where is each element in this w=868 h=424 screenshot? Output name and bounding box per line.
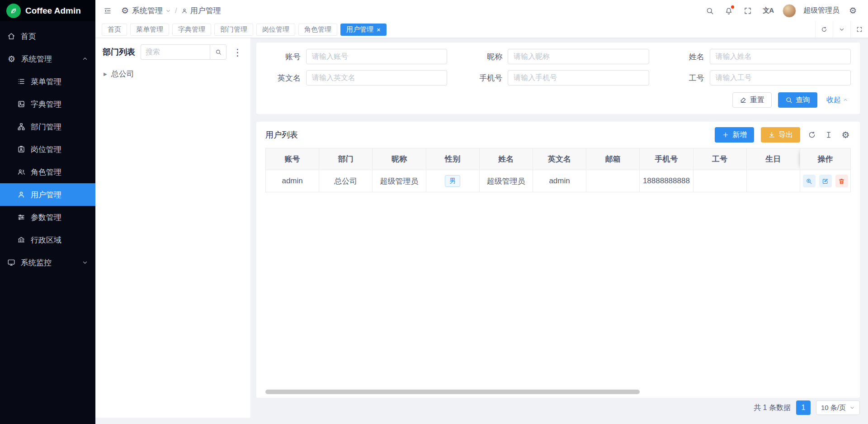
sidebar-item-post-mgmt[interactable]: 岗位管理 — [0, 138, 95, 161]
tab-label: 部门管理 — [220, 25, 247, 34]
translate-button[interactable]: 文A — [761, 5, 775, 17]
notification-dot — [731, 5, 734, 9]
tab-label: 用户管理 — [346, 25, 373, 34]
cell-name: 超级管理员 — [479, 170, 533, 192]
header-account: 账号 — [266, 148, 319, 170]
sidebar-item-menu-mgmt[interactable]: 菜单管理 — [0, 70, 95, 93]
table-row-height-button[interactable] — [824, 130, 834, 140]
account-field: 账号 — [265, 49, 447, 64]
page-button-1[interactable]: 1 — [796, 400, 811, 415]
page-size-label: 10 条/页 — [821, 404, 846, 412]
tab-controls — [815, 21, 868, 38]
tab-menu-mgmt[interactable]: 菜单管理 — [130, 24, 169, 36]
name-field: 姓名 — [669, 49, 851, 64]
breadcrumb-system[interactable]: ⚙ 系统管理 — [121, 5, 171, 16]
sidebar-item-region[interactable]: 行政区域 — [0, 229, 95, 251]
add-user-button[interactable]: 新增 — [715, 127, 754, 143]
tab-post-mgmt[interactable]: 岗位管理 — [256, 24, 295, 36]
delete-user-button[interactable] — [835, 175, 848, 187]
notification-button[interactable] — [723, 5, 735, 17]
nickname-label: 昵称 — [467, 52, 502, 62]
department-tree-icon — [17, 123, 25, 131]
tab-home[interactable]: 首页 — [102, 24, 127, 36]
job-number-field: 工号 — [669, 70, 851, 86]
reset-button[interactable]: 重置 — [732, 92, 772, 108]
header-search-button[interactable] — [704, 5, 716, 17]
cell-email — [586, 170, 640, 192]
translate-icon: 文A — [763, 6, 774, 15]
sidebar-item-label: 部门管理 — [31, 122, 61, 132]
tab-label: 首页 — [108, 25, 121, 34]
sidebar-item-label: 角色管理 — [31, 167, 61, 177]
sidebar-item-user-mgmt[interactable]: 用户管理 — [0, 183, 95, 206]
dept-search — [141, 44, 226, 60]
avatar[interactable] — [783, 4, 796, 18]
table-horizontal-scrollbar[interactable] — [265, 390, 640, 394]
sidebar-group-monitor[interactable]: 系统监控 — [0, 251, 95, 274]
table-settings-button[interactable]: ⚙ — [840, 129, 851, 140]
tab-dict-mgmt[interactable]: 字典管理 — [172, 24, 211, 36]
expand-icon — [856, 26, 863, 33]
breadcrumb-system-label: 系统管理 — [132, 5, 163, 16]
sidebar-item-label: 用户管理 — [31, 190, 61, 200]
user-name: 超级管理员 — [803, 6, 840, 15]
settings-button[interactable]: ⚙ — [847, 5, 859, 17]
header-name: 姓名 — [479, 148, 533, 170]
english-name-input[interactable] — [306, 70, 447, 86]
header-email: 邮箱 — [586, 148, 640, 170]
dept-more-button[interactable]: ⋮ — [232, 48, 243, 57]
refresh-icon — [808, 131, 816, 139]
tabs-refresh-button[interactable] — [815, 21, 833, 38]
fullscreen-button[interactable] — [742, 5, 754, 17]
phone-input[interactable] — [508, 70, 649, 86]
tab-close-icon[interactable]: × — [377, 26, 381, 33]
sidebar-item-dict-mgmt[interactable]: 字典管理 — [0, 93, 95, 115]
tree-node-company[interactable]: ▶ 总公司 — [103, 67, 243, 81]
tabs-dropdown-button[interactable] — [833, 21, 850, 38]
chevron-down-icon — [849, 405, 855, 410]
job-number-input[interactable] — [710, 70, 851, 86]
english-name-label: 英文名 — [265, 73, 301, 83]
collapse-filter-button[interactable]: 收起 — [824, 95, 851, 105]
sidebar-item-param-mgmt[interactable]: 参数管理 — [0, 206, 95, 229]
breadcrumb-current: 用户管理 — [181, 5, 221, 16]
dept-search-button[interactable] — [210, 44, 226, 60]
page-size-select[interactable]: 10 条/页 — [816, 400, 860, 415]
nickname-input[interactable] — [508, 49, 649, 64]
view-user-button[interactable] — [803, 175, 816, 187]
tab-user-mgmt[interactable]: 用户管理 × — [340, 24, 387, 36]
cell-gender: 男 — [426, 170, 479, 192]
tab-role-mgmt[interactable]: 角色管理 — [298, 24, 337, 36]
edit-user-button[interactable] — [819, 175, 832, 187]
cell-job-number — [693, 170, 746, 192]
phone-label: 手机号 — [467, 73, 502, 83]
sidebar-item-home[interactable]: 首页 — [0, 25, 95, 48]
tab-dept-mgmt[interactable]: 部门管理 — [214, 24, 253, 36]
name-input[interactable] — [710, 49, 851, 64]
dept-search-input[interactable] — [141, 44, 210, 60]
export-button[interactable]: 导出 — [761, 127, 800, 143]
sidebar-item-role-mgmt[interactable]: 角色管理 — [0, 161, 95, 183]
sidebar-group-system[interactable]: ⚙ 系统管理 — [0, 48, 95, 70]
sidebar-item-label: 菜单管理 — [31, 76, 61, 87]
tree-caret-icon[interactable]: ▶ — [104, 71, 107, 76]
header-gender: 性别 — [426, 148, 479, 170]
tab-label: 角色管理 — [304, 25, 331, 34]
table-refresh-button[interactable] — [807, 130, 817, 140]
refresh-icon — [821, 26, 827, 33]
job-number-label: 工号 — [669, 73, 704, 83]
reset-eraser-icon — [740, 96, 747, 104]
sidebar-collapse-button[interactable] — [102, 5, 113, 17]
post-badge-icon — [17, 145, 25, 153]
export-label: 导出 — [778, 130, 793, 140]
cell-english-name: admin — [533, 170, 586, 192]
role-users-icon — [17, 168, 25, 176]
user-table-header: 用户列表 新增 导出 — [265, 122, 851, 148]
query-button[interactable]: 查询 — [778, 92, 817, 108]
content-fullscreen-button[interactable] — [850, 21, 868, 38]
chevron-up-icon — [82, 56, 88, 62]
cell-account: admin — [266, 170, 319, 192]
sidebar-item-dept-mgmt[interactable]: 部门管理 — [0, 115, 95, 138]
table-header-row: 账号 部门 昵称 性别 姓名 英文名 邮箱 手机号 工号 生日 操作 — [266, 148, 851, 170]
account-input[interactable] — [306, 49, 447, 64]
